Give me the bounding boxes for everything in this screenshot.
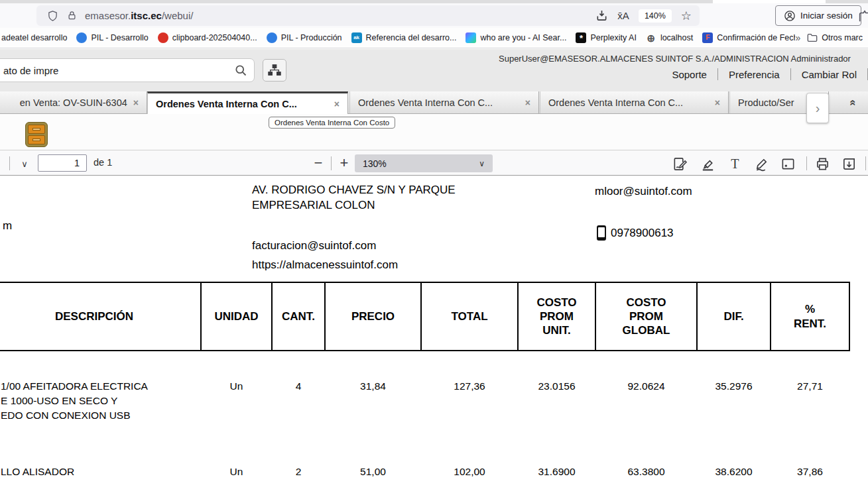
tab-label: Ordenes Venta Interna Con C...: [358, 97, 493, 108]
table-cell: Un: [201, 351, 272, 465]
tab-ordenes-venta-costo-3[interactable]: Ordenes Venta Interna Con C... ×: [540, 91, 729, 113]
tab-scroll-right-button[interactable]: ›: [806, 93, 829, 123]
bookmark-label: PIL - Desarrollo: [91, 33, 148, 42]
left-text-fragment: m: [3, 219, 12, 233]
browser-navbar: emasesor.itsc.ec/webui/ x̄A 140% ☆ Inici…: [0, 3, 868, 28]
menu-item-soporte[interactable]: Soporte: [661, 69, 717, 80]
download-icon[interactable]: [595, 9, 608, 22]
url-bar[interactable]: emasesor.itsc.ec/webui/ x̄A 140% ☆: [36, 5, 700, 26]
print-button[interactable]: [813, 155, 832, 172]
user-info: SuperUser@EMASESOR.ALMACENES SUINTOF S.A…: [499, 54, 851, 64]
table-cell: 63.3800: [595, 465, 697, 503]
table-cell: 1/00 AFEITADORA ELECTRICA E 1000-USO EN …: [0, 351, 201, 465]
tab-label: Producto/Ser: [738, 97, 794, 108]
lock-icon: [67, 10, 77, 21]
contact-phone: 0978900613: [597, 225, 674, 241]
perplexity-icon: *: [576, 32, 586, 43]
signin-label: Iniciar sesión: [800, 11, 853, 21]
bookmark-label: clipboard-202504040...: [172, 33, 257, 42]
zoom-in-button[interactable]: +: [334, 153, 354, 173]
translate-icon[interactable]: x̄A: [617, 10, 629, 21]
search-button[interactable]: [227, 59, 254, 82]
bookmark-star-icon[interactable]: ☆: [681, 9, 692, 23]
pil-swirl-icon: [267, 32, 277, 43]
bookmark-item[interactable]: PIL - Desarrollo: [76, 32, 148, 43]
billing-email: facturacion@suintof.com: [252, 239, 376, 252]
bookmarks-right: » Otros marc: [795, 32, 864, 43]
table-cell: 102,00: [421, 465, 518, 503]
highlight-button[interactable]: [698, 155, 717, 172]
contact-email: mloor@suintof.com: [595, 185, 692, 198]
archive-drawer: [28, 125, 45, 134]
zoom-out-button[interactable]: −: [308, 153, 328, 173]
tab-close-icon[interactable]: ×: [525, 97, 530, 108]
phone-icon: [597, 225, 606, 241]
ak-icon: ak: [351, 32, 362, 43]
bookmark-item[interactable]: PIL - Producción: [267, 32, 342, 43]
toolbar-divider: [806, 156, 807, 170]
menu-item-cambiar-rol[interactable]: Cambiar Rol: [791, 69, 867, 80]
table-cell: 2: [272, 465, 325, 503]
table-cell: 92.0624: [595, 351, 697, 465]
tab-close-icon[interactable]: ×: [133, 97, 139, 108]
archive-drawer: [28, 135, 45, 144]
tab-ordenes-venta-costo-2[interactable]: Ordenes Venta Interna Con C... ×: [349, 91, 539, 113]
phone-number: 0978900613: [611, 227, 674, 240]
tab-close-icon[interactable]: ×: [715, 97, 720, 108]
svg-text:T: T: [731, 156, 739, 171]
table-cell: 27,71: [771, 351, 849, 465]
bookmark-label: localhost: [660, 33, 693, 42]
pil-swirl-icon: [76, 32, 87, 43]
tab-label: Ordenes Venta Interna Con C...: [156, 99, 297, 109]
bookmark-item[interactable]: adeatel desarrollo: [1, 33, 67, 42]
bookmark-item[interactable]: ⊕localhost: [646, 32, 693, 43]
url-path: /webui/: [162, 10, 194, 21]
table-header-cell: COSTO PROM UNIT.: [518, 282, 595, 351]
table-cell: 31,84: [325, 351, 421, 465]
tab-ordenes-venta-costo-active[interactable]: Ordenes Venta Interna Con C... ×: [147, 91, 348, 114]
page-nav-chevron-button[interactable]: ∨: [16, 156, 33, 172]
app-tab-bar: en Venta: OV-SUIN-6304 × Ordenes Venta I…: [0, 91, 868, 114]
bookmark-item[interactable]: *Perplexity AI: [576, 32, 636, 43]
extensions-icon[interactable]: [857, 9, 868, 25]
table-header-cell: TOTAL: [421, 282, 518, 351]
pdf-zoom-select[interactable]: 130% ∨: [355, 154, 493, 172]
minus-icon: −: [314, 154, 323, 172]
bookmark-label: Referencia del desarro...: [366, 33, 457, 42]
pdf-page: AV. RODRIGO CHAVEZ S/N Y PARQUE EMPRESAR…: [0, 176, 868, 503]
toolbar-divider: [331, 156, 332, 170]
table-body: 1/00 AFEITADORA ELECTRICA E 1000-USO EN …: [0, 351, 849, 503]
bookmark-item[interactable]: akReferencia del desarro...: [351, 32, 457, 43]
table-header-cell: DESCRIPCIÓN: [0, 282, 201, 351]
table-cell: 37,86: [771, 465, 849, 503]
page-number-input[interactable]: [38, 154, 87, 172]
search-input[interactable]: [0, 65, 227, 76]
menu-item-preferencia[interactable]: Preferencia: [718, 69, 790, 80]
toolbar-divider: [9, 156, 10, 170]
table-header-cell: CANT.: [272, 282, 325, 351]
menu-tree-button[interactable]: [263, 59, 286, 82]
bookmark-item[interactable]: clipboard-202504040...: [158, 32, 257, 43]
add-image-button[interactable]: [778, 155, 797, 172]
bookmarks-bar: adeatel desarrolloPIL - Desarrolloclipbo…: [0, 28, 868, 48]
tab-close-icon[interactable]: ×: [334, 99, 340, 109]
bookmark-label: who are you - AI Sear...: [480, 33, 566, 42]
bookmark-item[interactable]: FConfirmación de Fecha: [702, 32, 795, 43]
company-address-line1: AV. RODRIGO CHAVEZ S/N Y PARQUE: [252, 184, 456, 197]
text-annotation-button[interactable]: T: [725, 155, 744, 172]
bookmark-item[interactable]: who are you - AI Sear...: [465, 32, 566, 43]
browser-zoom-indicator[interactable]: 140%: [639, 9, 672, 23]
archive-icon[interactable]: [25, 122, 48, 147]
search-icon: [234, 64, 247, 77]
signin-button[interactable]: Iniciar sesión: [775, 5, 861, 26]
edit-signature-button[interactable]: [670, 155, 689, 172]
draw-button[interactable]: [752, 155, 771, 172]
company-website: https://almacenessuintof.com: [252, 258, 398, 272]
bookmarks-overflow-icon[interactable]: »: [795, 32, 799, 43]
collapse-tabs-button[interactable]: »: [843, 95, 861, 111]
tab-orden-venta[interactable]: en Venta: OV-SUIN-6304 ×: [0, 91, 147, 113]
table-cell: 127,36: [421, 351, 518, 465]
other-bookmarks-folder[interactable]: Otros marc: [807, 33, 863, 42]
save-button[interactable]: [839, 155, 858, 172]
company-address-line2: EMPRESARIAL COLON: [252, 199, 375, 212]
